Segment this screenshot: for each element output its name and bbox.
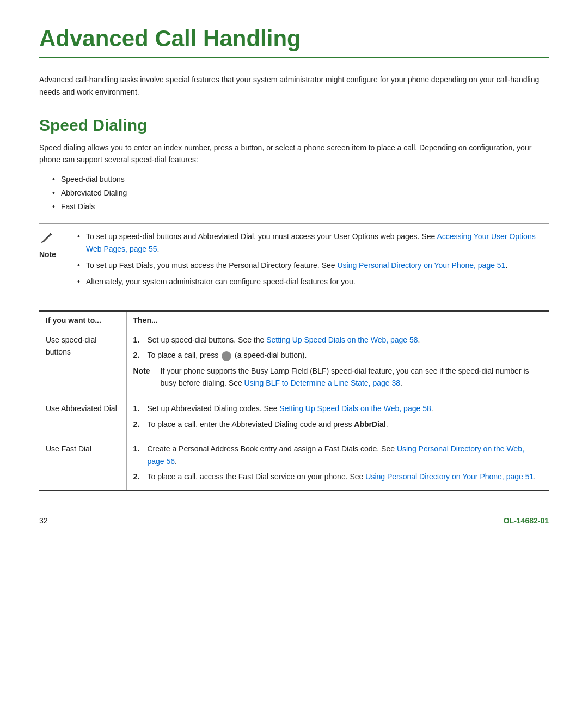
then-text: To place a call, enter the Abbreviated D… (148, 418, 543, 430)
page-title: Advanced Call Handling (39, 26, 549, 51)
then-text: To place a call, press (a speed-dial but… (148, 349, 543, 361)
then-text: Set up Abbreviated Dialing codes. See Se… (148, 402, 543, 414)
abbr-dial-link-1[interactable]: Setting Up Speed Dials on the Web, page … (279, 404, 431, 413)
section1-title: Speed Dialing (39, 115, 549, 135)
then-num: 1. (133, 443, 144, 455)
speed-dial-table: If you want to... Then... Use speed-dial… (39, 310, 549, 492)
note-item-1-text: To set up speed-dial buttons and Abbrevi… (86, 232, 536, 253)
note-box: Note To set up speed-dial buttons and Ab… (39, 223, 549, 295)
table-header-row: If you want to... Then... (39, 311, 549, 329)
then-num: 1. (133, 402, 144, 414)
inline-note-text: If your phone supports the Busy Lamp Fie… (161, 365, 543, 389)
then-item-1-2: 2. To place a call, press (a speed-dial … (133, 349, 543, 361)
table-row: Use Fast Dial 1. Create a Personal Addre… (39, 438, 549, 491)
note-item-2-text: To set up Fast Dials, you must access th… (86, 261, 507, 270)
then-item-3-1: 1. Create a Personal Address Book entry … (133, 443, 543, 467)
note-item-2: To set up Fast Dials, you must access th… (77, 259, 549, 271)
want-cell-3: Use Fast Dial (39, 438, 126, 491)
note-item-3-text: Alternately, your system administrator c… (86, 277, 356, 286)
col-header-want: If you want to... (39, 311, 126, 329)
table-row: Use Abbreviated Dial 1. Set up Abbreviat… (39, 398, 549, 438)
want-cell-2: Use Abbreviated Dial (39, 398, 126, 438)
speed-dial-button-icon (222, 351, 231, 361)
fast-dial-phone-link[interactable]: Using Personal Directory on Your Phone, … (365, 472, 534, 481)
then-text: Set up speed-dial buttons. See the Setti… (148, 334, 543, 346)
then-cell-3: 1. Create a Personal Address Book entry … (126, 438, 549, 491)
speed-dial-web-link-1[interactable]: Setting Up Speed Dials on the Web, page … (266, 335, 418, 344)
then-text: Create a Personal Address Book entry and… (148, 443, 543, 467)
table-row: Use speed-dial buttons 1. Set up speed-d… (39, 329, 549, 398)
note-content: To set up speed-dial buttons and Abbrevi… (77, 230, 549, 288)
then-item-3-2: 2. To place a call, access the Fast Dial… (133, 471, 543, 483)
footer-page-number: 32 (39, 516, 48, 525)
fast-dial-web-link[interactable]: Using Personal Directory on the Web, pag… (148, 444, 524, 465)
section1-intro: Speed dialing allows you to enter an ind… (39, 142, 549, 166)
inline-note-blf: Note If your phone supports the Busy Lam… (133, 365, 543, 389)
note-label: Note (39, 250, 56, 259)
want-cell-1: Use speed-dial buttons (39, 329, 126, 398)
title-divider (39, 57, 549, 58)
then-item-2-1: 1. Set up Abbreviated Dialing codes. See… (133, 402, 543, 414)
then-num: 2. (133, 349, 144, 361)
then-num: 2. (133, 418, 144, 430)
blf-link[interactable]: Using BLF to Determine a Line State, pag… (244, 379, 400, 387)
note-link-2[interactable]: Using Personal Directory on Your Phone, … (337, 261, 505, 270)
then-num: 2. (133, 471, 144, 483)
then-text: To place a call, access the Fast Dial se… (148, 471, 543, 483)
features-list: Speed-dial buttons Abbreviated Dialing F… (52, 173, 549, 214)
note-item-3: Alternately, your system administrator c… (77, 276, 549, 288)
note-link-1[interactable]: Accessing Your User Options Web Pages, p… (86, 232, 536, 253)
list-item: Abbreviated Dialing (52, 186, 549, 200)
then-num: 1. (133, 334, 144, 346)
page-footer: 32 OL-14682-01 (39, 513, 549, 525)
inline-note-label: Note (133, 365, 154, 377)
then-item-2-2: 2. To place a call, enter the Abbreviate… (133, 418, 543, 430)
pencil-icon (39, 230, 54, 249)
intro-paragraph: Advanced call-handling tasks involve spe… (39, 74, 549, 98)
note-icon-col: Note (39, 230, 77, 259)
list-item: Speed-dial buttons (52, 173, 549, 186)
note-item-1: To set up speed-dial buttons and Abbrevi… (77, 230, 549, 255)
footer-doc-id: OL-14682-01 (504, 516, 549, 525)
col-header-then: Then... (126, 311, 549, 329)
then-item-1-1: 1. Set up speed-dial buttons. See the Se… (133, 334, 543, 346)
then-cell-1: 1. Set up speed-dial buttons. See the Se… (126, 329, 549, 398)
then-cell-2: 1. Set up Abbreviated Dialing codes. See… (126, 398, 549, 438)
list-item: Fast Dials (52, 200, 549, 213)
